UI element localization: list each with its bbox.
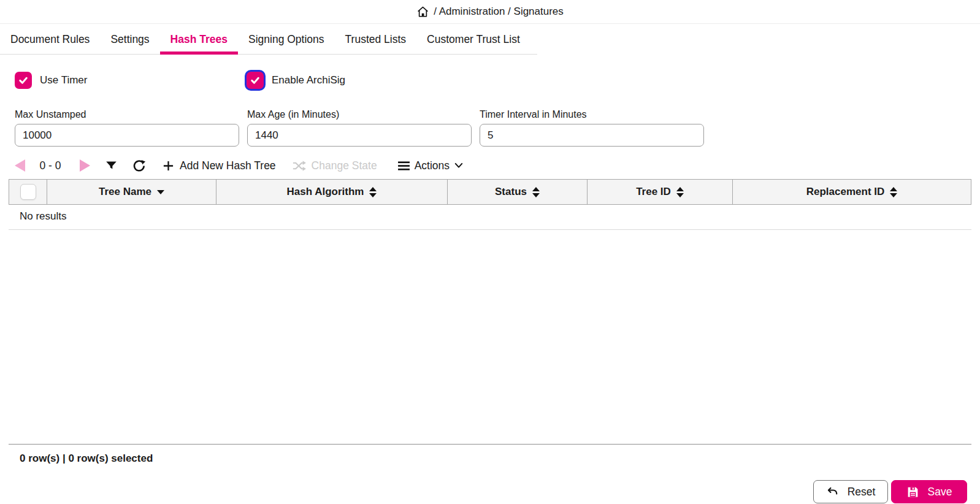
sort-both-icon	[890, 187, 897, 197]
fields-row: Max Unstamped Max Age (in Minutes) Timer…	[15, 109, 965, 147]
use-timer-group: Use Timer	[15, 72, 247, 89]
tab-customer-trust-list[interactable]: Customer Trust List	[416, 26, 530, 55]
max-age-label: Max Age (in Minutes)	[247, 109, 472, 120]
tab-settings[interactable]: Settings	[100, 26, 159, 55]
sort-both-icon	[676, 187, 684, 197]
next-page-icon[interactable]	[80, 159, 90, 172]
tab-document-rules[interactable]: Document Rules	[0, 26, 100, 55]
save-button[interactable]: Save	[891, 480, 967, 503]
plus-icon	[163, 160, 174, 172]
check-icon	[18, 75, 29, 86]
tab-bar: Document Rules Settings Hash Trees Signi…	[0, 24, 537, 55]
column-tree-name-label: Tree Name	[99, 186, 151, 198]
enable-archisig-label: Enable ArchiSig	[272, 74, 345, 86]
empty-area	[0, 230, 980, 444]
save-icon	[906, 486, 919, 498]
column-status[interactable]: Status	[448, 180, 588, 204]
sort-both-icon	[369, 187, 377, 197]
max-age-input[interactable]	[247, 124, 472, 147]
max-unstamped-label: Max Unstamped	[15, 109, 239, 120]
footer-divider	[9, 444, 971, 445]
max-age-field: Max Age (in Minutes)	[247, 109, 472, 147]
chevron-down-icon	[454, 162, 463, 169]
filter-button[interactable]	[105, 159, 118, 172]
tab-signing-options[interactable]: Signing Options	[238, 26, 335, 55]
timer-interval-label: Timer Interval in Minutes	[480, 109, 704, 120]
breadcrumb: / Administration / Signatures	[0, 0, 980, 24]
hamburger-icon	[398, 161, 410, 171]
save-label: Save	[928, 486, 952, 498]
column-tree-id-label: Tree ID	[636, 186, 671, 198]
timer-interval-input[interactable]	[480, 124, 704, 147]
refresh-icon	[132, 159, 147, 173]
change-state-label: Change State	[312, 159, 377, 172]
max-unstamped-input[interactable]	[15, 124, 239, 147]
column-tree-id[interactable]: Tree ID	[588, 180, 733, 204]
hash-trees-table: Tree Name Hash Algorithm Status Tree ID …	[9, 179, 971, 230]
filter-icon	[105, 159, 118, 172]
column-hash-algorithm[interactable]: Hash Algorithm	[216, 180, 448, 204]
enable-archisig-checkbox[interactable]	[247, 72, 264, 89]
column-status-label: Status	[495, 186, 527, 198]
tab-hash-trees[interactable]: Hash Trees	[160, 26, 238, 55]
column-replacement-id-label: Replacement ID	[806, 186, 885, 198]
no-results-row: No results	[9, 205, 971, 230]
change-state-button[interactable]: Change State	[292, 159, 377, 172]
pagination-range: 0 - 0	[37, 159, 64, 172]
table-header-row: Tree Name Hash Algorithm Status Tree ID …	[9, 179, 971, 205]
action-buttons-row: Reset Save	[0, 480, 967, 503]
previous-page-icon[interactable]	[15, 159, 25, 172]
check-icon	[250, 75, 261, 86]
reset-button[interactable]: Reset	[813, 480, 888, 503]
timer-interval-field: Timer Interval in Minutes	[480, 109, 704, 147]
add-new-hash-tree-label: Add New Hash Tree	[180, 159, 276, 172]
sort-desc-icon	[157, 190, 164, 194]
checkbox-row: Use Timer Enable ArchiSig	[15, 72, 965, 89]
actions-label: Actions	[415, 159, 450, 172]
shuffle-icon	[292, 159, 306, 172]
select-all-checkbox[interactable]	[20, 184, 36, 200]
table-toolbar: 0 - 0 Add New Hash Tree	[15, 155, 965, 176]
add-new-hash-tree-button[interactable]: Add New Hash Tree	[163, 159, 276, 172]
max-unstamped-field: Max Unstamped	[15, 109, 239, 147]
use-timer-label: Use Timer	[40, 74, 87, 86]
undo-icon	[826, 486, 839, 498]
refresh-button[interactable]	[132, 159, 147, 173]
row-count-status: 0 row(s) | 0 row(s) selected	[20, 452, 980, 465]
header-checkbox-cell	[9, 180, 47, 204]
sort-both-icon	[532, 187, 540, 197]
column-hash-algorithm-label: Hash Algorithm	[287, 186, 364, 198]
actions-menu-button[interactable]: Actions	[398, 159, 463, 172]
home-icon[interactable]	[416, 6, 429, 18]
breadcrumb-path: / Administration / Signatures	[434, 6, 564, 18]
use-timer-checkbox[interactable]	[15, 72, 32, 89]
column-tree-name[interactable]: Tree Name	[47, 180, 216, 204]
reset-label: Reset	[848, 486, 876, 498]
tab-trusted-lists[interactable]: Trusted Lists	[335, 26, 417, 55]
enable-archisig-group: Enable ArchiSig	[247, 72, 345, 89]
column-replacement-id[interactable]: Replacement ID	[733, 180, 971, 204]
